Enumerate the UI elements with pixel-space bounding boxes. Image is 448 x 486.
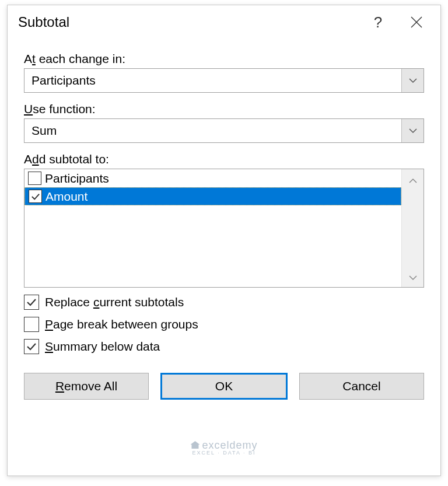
change-in-label: At each change in: bbox=[24, 52, 424, 66]
page-break-row[interactable]: Page break between groups bbox=[24, 317, 424, 332]
titlebar: Subtotal ? bbox=[8, 5, 440, 38]
use-function-dropdown-button[interactable] bbox=[401, 119, 424, 142]
list-item[interactable]: Amount bbox=[24, 187, 401, 205]
summary-below-label: Summary below data bbox=[45, 340, 160, 354]
check-icon bbox=[31, 193, 40, 201]
add-subtotal-label: Add subtotal to: bbox=[24, 152, 424, 166]
subtotal-dialog: Subtotal ? At each change in: Participan… bbox=[7, 5, 441, 476]
replace-subtotals-row[interactable]: Replace current subtotals bbox=[24, 295, 424, 310]
close-button[interactable] bbox=[397, 8, 436, 36]
chevron-down-icon bbox=[408, 275, 418, 281]
dialog-title: Subtotal bbox=[18, 14, 359, 30]
change-in-value: Participants bbox=[24, 74, 401, 88]
summary-below-checkbox[interactable] bbox=[24, 339, 39, 354]
list-item-checkbox[interactable] bbox=[28, 172, 41, 185]
scroll-down-button[interactable] bbox=[408, 270, 418, 284]
replace-subtotals-label: Replace current subtotals bbox=[45, 295, 184, 309]
button-row: Remove All OK Cancel bbox=[24, 373, 424, 411]
use-function-combo[interactable]: Sum bbox=[24, 118, 424, 143]
list-item-label: Amount bbox=[46, 190, 88, 204]
list-item-checkbox[interactable] bbox=[29, 190, 42, 203]
remove-all-button[interactable]: Remove All bbox=[24, 373, 149, 400]
list-item-label: Participants bbox=[45, 172, 109, 186]
page-break-checkbox[interactable] bbox=[24, 317, 39, 332]
page-break-label: Page break between groups bbox=[45, 317, 198, 331]
close-icon bbox=[410, 16, 423, 29]
add-subtotal-listbox[interactable]: ParticipantsAmount bbox=[24, 169, 424, 288]
help-button[interactable]: ? bbox=[359, 8, 397, 36]
dialog-body: At each change in: Participants Use func… bbox=[8, 38, 440, 475]
cancel-button[interactable]: Cancel bbox=[299, 373, 424, 400]
ok-button[interactable]: OK bbox=[160, 373, 288, 400]
listbox-inner: ParticipantsAmount bbox=[24, 169, 401, 287]
check-icon bbox=[26, 298, 37, 307]
chevron-up-icon bbox=[408, 178, 418, 184]
use-function-label: Use function: bbox=[24, 102, 424, 116]
change-in-combo[interactable]: Participants bbox=[24, 68, 424, 93]
list-item[interactable]: Participants bbox=[24, 169, 401, 187]
replace-subtotals-checkbox[interactable] bbox=[24, 295, 39, 310]
use-function-value: Sum bbox=[24, 124, 401, 138]
scroll-up-button[interactable] bbox=[408, 173, 418, 187]
check-icon bbox=[26, 342, 37, 351]
change-in-dropdown-button[interactable] bbox=[401, 69, 424, 92]
summary-below-row[interactable]: Summary below data bbox=[24, 339, 424, 354]
chevron-down-icon bbox=[408, 78, 418, 83]
listbox-scrollbar[interactable] bbox=[401, 169, 424, 287]
chevron-down-icon bbox=[408, 128, 418, 134]
